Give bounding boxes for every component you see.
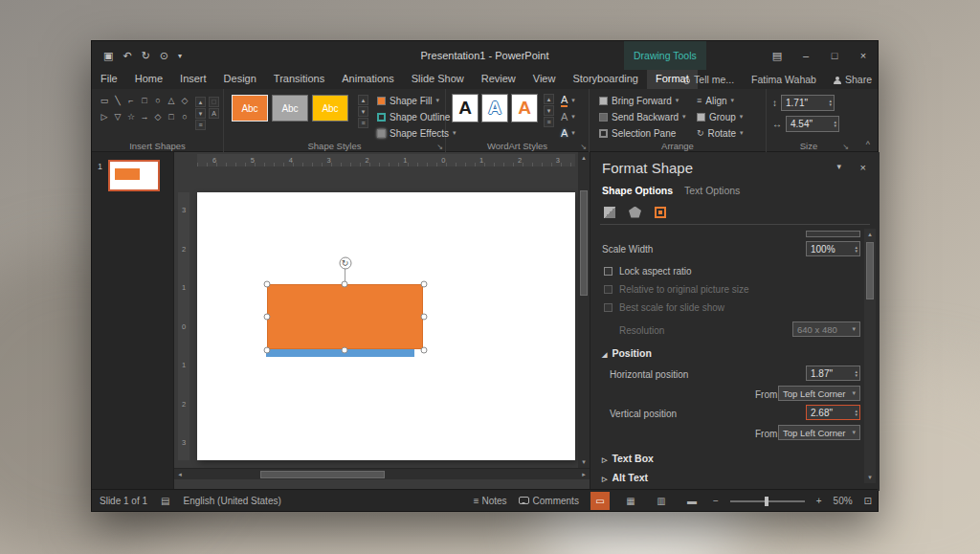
notes-button[interactable]: ≡ Notes xyxy=(474,496,507,506)
tab-text-options[interactable]: Text Options xyxy=(684,185,740,196)
tell-me-button[interactable]: Tell me... xyxy=(683,74,734,85)
text-effects-button[interactable]: A ▾ xyxy=(561,125,575,141)
spinner-down-icon[interactable]: ▾ xyxy=(834,123,836,127)
selection-pane-button[interactable]: Selection Pane xyxy=(599,125,676,141)
vertical-position-input[interactable]: 2.68" ▴▾ xyxy=(806,405,860,420)
align-button[interactable]: ≡ Align ▾ xyxy=(697,93,734,108)
minimize-button[interactable]: – xyxy=(791,50,820,61)
alt-text-section-header[interactable]: ▷Alt Text xyxy=(602,472,648,483)
tab-review[interactable]: Review xyxy=(473,70,524,89)
shape-icon[interactable]: ◇ xyxy=(151,113,165,122)
size-properties-icon[interactable] xyxy=(655,207,666,218)
wordart-thumb-outline[interactable]: A xyxy=(481,94,508,122)
effects-icon[interactable] xyxy=(629,207,641,218)
gallery-up-icon[interactable]: ▴ xyxy=(195,97,206,107)
fill-line-icon[interactable] xyxy=(604,207,615,218)
shape-icon[interactable]: ▷ xyxy=(98,113,111,122)
tab-animations[interactable]: Animations xyxy=(333,70,402,89)
shape-icon[interactable]: ☆ xyxy=(124,113,138,122)
gallery-more-icon[interactable]: ≡ xyxy=(195,120,206,130)
group-button[interactable]: Group ▾ xyxy=(697,109,743,124)
shape-icon[interactable]: △ xyxy=(165,97,178,105)
spinner-down-icon[interactable]: ▾ xyxy=(829,102,832,106)
proofing-icon[interactable]: ▤ xyxy=(161,496,169,506)
ribbon-display-options-icon[interactable]: ▤ xyxy=(763,50,791,62)
gallery-more-icon[interactable]: ≡ xyxy=(358,118,368,128)
spinner[interactable]: ▴▾ xyxy=(829,99,832,106)
shape-icon[interactable]: ○ xyxy=(151,97,165,105)
view-slide-sorter-button[interactable]: ▦ xyxy=(621,492,640,510)
spinner[interactable]: ▴▾ xyxy=(855,409,858,416)
scroll-left-icon[interactable]: ◂ xyxy=(174,469,186,480)
scrollbar-thumb[interactable] xyxy=(866,242,874,299)
titlebar[interactable]: ▣ ↶ ↻ ⊙ ▾ Presentation1 - PowerPoint Dra… xyxy=(92,41,878,70)
tab-file[interactable]: File xyxy=(92,70,126,89)
spinner[interactable]: ▴▾ xyxy=(834,120,836,127)
shape-style-thumb-orange[interactable]: Abc xyxy=(232,95,268,122)
from-dropdown[interactable]: Top Left Corner ▾ xyxy=(778,386,860,401)
orange-rectangle-shape[interactable] xyxy=(267,284,423,349)
shape-gallery[interactable]: ▭ ╲ ⌐ □ ○ △ ◇ ▷ ▽ ☆ → ◇ □ ○ xyxy=(98,97,191,122)
view-reading-button[interactable]: ▥ xyxy=(652,492,671,510)
tab-shape-options[interactable]: Shape Options xyxy=(602,185,673,196)
shape-icon[interactable]: ○ xyxy=(178,113,191,122)
position-section-header[interactable]: ◢Position xyxy=(602,347,652,359)
zoom-level[interactable]: 50% xyxy=(834,496,853,506)
bring-forward-button[interactable]: Bring Forward ▾ xyxy=(599,93,679,108)
blue-rectangle-shape[interactable] xyxy=(266,348,414,357)
dialog-launcher-icon[interactable]: ↘ xyxy=(580,143,587,151)
pane-close-icon[interactable]: × xyxy=(860,162,866,173)
send-backward-button[interactable]: Send Backward ▾ xyxy=(599,109,686,124)
gallery-more-icon[interactable]: ≡ xyxy=(544,117,554,127)
account-name[interactable]: Fatima Wahab xyxy=(751,74,816,85)
dialog-launcher-icon[interactable]: ↘ xyxy=(842,143,849,151)
tab-insert[interactable]: Insert xyxy=(171,70,215,89)
fit-to-window-icon[interactable]: ⊡ xyxy=(864,496,872,506)
selection-handle-top-right[interactable] xyxy=(421,281,428,288)
tab-view[interactable]: View xyxy=(524,70,565,89)
gallery-down-icon[interactable]: ▾ xyxy=(358,106,368,117)
shape-icon[interactable]: ▭ xyxy=(98,97,111,105)
language-indicator[interactable]: English (United States) xyxy=(184,496,281,506)
shape-icon[interactable]: ▽ xyxy=(111,113,124,122)
selection-handle-bottom-center[interactable] xyxy=(342,347,348,354)
zoom-slider-thumb[interactable] xyxy=(765,497,768,506)
slide-indicator[interactable]: Slide 1 of 1 xyxy=(100,496,147,506)
text-box-icon[interactable]: A xyxy=(209,108,219,119)
spinner-down-icon[interactable]: ▾ xyxy=(855,249,858,253)
shape-height-control[interactable]: ↕ 1.71" ▴▾ xyxy=(772,95,835,110)
selection-handle-bottom-right[interactable] xyxy=(421,347,428,354)
restore-button[interactable]: □ xyxy=(820,50,849,61)
spinner[interactable]: ▴▾ xyxy=(855,245,858,253)
wordart-thumb-orange[interactable]: A xyxy=(511,94,538,122)
close-button[interactable]: × xyxy=(849,50,878,61)
gallery-up-icon[interactable]: ▴ xyxy=(358,95,368,105)
rotate-handle[interactable]: ↻ xyxy=(339,257,351,270)
gallery-down-icon[interactable]: ▾ xyxy=(195,108,206,119)
shape-width-input[interactable]: 4.54" ▴▾ xyxy=(786,116,839,132)
scroll-down-icon[interactable]: ▾ xyxy=(578,456,590,468)
selection-handle-mid-right[interactable] xyxy=(421,314,428,321)
dialog-launcher-icon[interactable]: ↘ xyxy=(436,143,443,151)
shape-icon[interactable]: ⌐ xyxy=(124,97,138,105)
tab-home[interactable]: Home xyxy=(126,70,171,89)
zoom-slider[interactable] xyxy=(730,500,805,502)
tab-design[interactable]: Design xyxy=(215,70,265,89)
text-outline-button[interactable]: A ▾ xyxy=(561,109,575,124)
shape-icon[interactable]: □ xyxy=(165,113,178,122)
shape-style-thumb-gray[interactable]: Abc xyxy=(272,95,308,122)
shape-icon[interactable]: → xyxy=(138,113,151,122)
gallery-up-icon[interactable]: ▴ xyxy=(544,94,554,104)
scroll-up-icon[interactable]: ▴ xyxy=(578,152,590,164)
view-normal-button[interactable]: ▭ xyxy=(590,492,610,510)
zoom-in-icon[interactable]: + xyxy=(816,496,822,506)
spinner-down-icon[interactable]: ▾ xyxy=(855,373,858,377)
shape-height-input[interactable]: 1.71" ▴▾ xyxy=(781,95,835,111)
tab-slide-show[interactable]: Slide Show xyxy=(403,70,473,89)
selection-handle-mid-left[interactable] xyxy=(264,314,271,321)
scroll-right-icon[interactable]: ▸ xyxy=(578,469,590,480)
selection-handle-top-left[interactable] xyxy=(264,281,271,288)
tab-storyboarding[interactable]: Storyboarding xyxy=(564,70,647,89)
spinner[interactable]: ▴▾ xyxy=(855,369,858,377)
spinner-down-icon[interactable]: ▾ xyxy=(855,412,858,416)
